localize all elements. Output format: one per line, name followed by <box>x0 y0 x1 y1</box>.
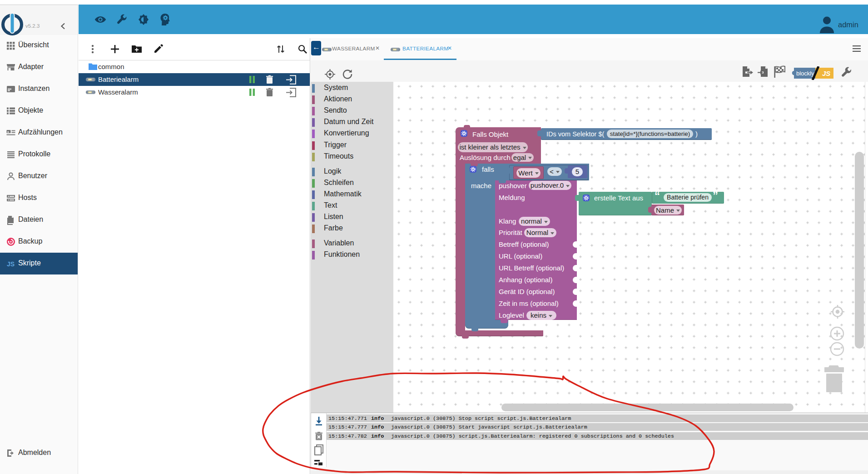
svg-text:JS: JS <box>822 70 830 77</box>
svg-text:JS: JS <box>7 260 15 268</box>
svg-text:blockly: blockly <box>796 70 814 77</box>
